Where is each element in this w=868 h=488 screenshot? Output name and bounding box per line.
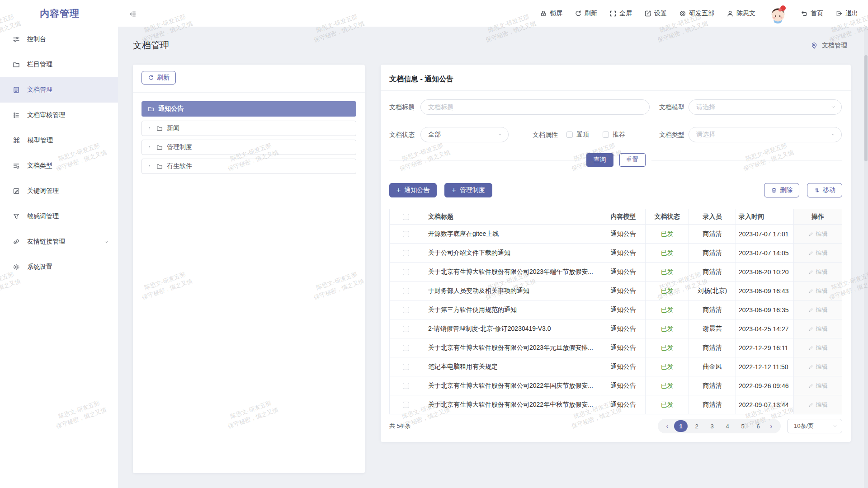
- doc-title: 关于北京有生博大软件股份有限公司2022年中秋节放假安...: [428, 401, 593, 409]
- edit-button[interactable]: 编辑: [808, 401, 828, 409]
- edit-button[interactable]: 编辑: [808, 382, 828, 390]
- row-checkbox[interactable]: [403, 231, 409, 237]
- edit-button[interactable]: 编辑: [808, 306, 828, 314]
- edit-button[interactable]: 编辑: [808, 325, 828, 333]
- sidebar-item-models[interactable]: ⌘ 模型管理: [0, 128, 118, 153]
- tree-item-notices-selected[interactable]: 通知公告: [142, 101, 356, 117]
- reset-button[interactable]: 重置: [619, 153, 646, 167]
- doc-time-cell: 2022-09-07 13:44: [736, 395, 794, 414]
- command-icon: ⌘: [13, 137, 20, 145]
- logout-button[interactable]: 退出: [835, 9, 858, 18]
- page-5-button[interactable]: 5: [736, 421, 749, 432]
- row-checkbox[interactable]: [403, 250, 409, 256]
- pencil-icon: [808, 269, 814, 275]
- doc-actions-cell: 编辑: [794, 357, 842, 376]
- home-button[interactable]: 首页: [801, 9, 823, 18]
- doc-operator-cell: 谢晨芸: [689, 319, 736, 338]
- add-notice-button[interactable]: + 通知公告: [389, 183, 437, 197]
- doc-actions-cell: 编辑: [794, 263, 842, 281]
- divider: [651, 160, 843, 160]
- attr-recommend-checkbox[interactable]: 推荐: [603, 127, 625, 142]
- doc-status-select[interactable]: 全部: [420, 127, 509, 142]
- search-button[interactable]: 查询: [586, 153, 613, 167]
- sidebar-item-console[interactable]: 控制台: [0, 27, 118, 52]
- doc-model-cell: 通知公告: [601, 282, 646, 300]
- sidebar-item-keywords[interactable]: 关键词管理: [0, 178, 118, 204]
- lock-screen-button[interactable]: 锁屏: [540, 9, 562, 18]
- edit-button[interactable]: 编辑: [808, 249, 828, 257]
- page-3-button[interactable]: 3: [706, 421, 718, 432]
- doc-actions-cell: 编辑: [794, 244, 842, 262]
- checklist-icon: [13, 112, 20, 119]
- edit-button[interactable]: 编辑: [808, 287, 828, 295]
- scrollbar-thumb[interactable]: [864, 55, 868, 161]
- edit-button[interactable]: 编辑: [808, 363, 828, 371]
- category-tree: 通知公告 新闻 管理制度 有生软件: [142, 101, 356, 178]
- folder-icon: [13, 61, 20, 68]
- avatar[interactable]: [768, 3, 788, 24]
- doc-type-select[interactable]: 请选择: [689, 127, 842, 142]
- sidebar-item-documents[interactable]: 文档管理: [0, 77, 118, 103]
- sidebar-item-columns[interactable]: 栏目管理: [0, 52, 118, 77]
- attr-top-checkbox[interactable]: 置顶: [566, 127, 589, 142]
- sidebar-item-sensitive-words[interactable]: 敏感词管理: [0, 204, 118, 229]
- row-checkbox[interactable]: [403, 364, 409, 370]
- folder-icon: [148, 106, 154, 112]
- row-checkbox[interactable]: [403, 326, 409, 332]
- prev-page-button[interactable]: ‹: [663, 419, 671, 433]
- add-rule-button[interactable]: + 管理制度: [444, 183, 492, 197]
- row-checkbox[interactable]: [403, 307, 409, 313]
- page-size-select[interactable]: 10条/页: [787, 419, 842, 433]
- doc-time-cell: 2022-12-29 16:11: [736, 338, 794, 357]
- current-user[interactable]: 陈思文: [726, 9, 755, 18]
- doc-title-input[interactable]: [420, 99, 650, 115]
- plus-icon: +: [452, 187, 456, 194]
- doc-operator-cell: 刘杨(北京): [689, 282, 736, 300]
- edit-button[interactable]: 编辑: [808, 230, 828, 238]
- refresh-button[interactable]: 刷新: [575, 9, 597, 18]
- doc-time-cell: 2023-07-07 17:01: [736, 225, 794, 243]
- select-all-checkbox[interactable]: [403, 214, 409, 220]
- tree-item-news[interactable]: 新闻: [142, 121, 356, 136]
- page-4-button[interactable]: 4: [721, 421, 734, 432]
- row-checkbox[interactable]: [403, 402, 409, 408]
- tree-item-software[interactable]: 有生软件: [142, 159, 356, 174]
- fullscreen-button[interactable]: 全屏: [609, 9, 632, 18]
- next-page-button[interactable]: ›: [767, 419, 775, 433]
- delete-button[interactable]: 删除: [764, 183, 799, 197]
- edit-button[interactable]: 编辑: [808, 268, 828, 276]
- pencil-icon: [808, 307, 814, 313]
- funnel-icon: [13, 213, 20, 220]
- page-2-button[interactable]: 2: [690, 421, 703, 432]
- doc-title: 关于北京有生博大软件股份有限公司2022年国庆节放假安...: [428, 382, 593, 390]
- refresh-icon: [148, 75, 154, 81]
- page-scrollbar[interactable]: [864, 27, 868, 488]
- doc-time-cell: 2023-07-07 14:05: [736, 244, 794, 262]
- row-checkbox[interactable]: [403, 383, 409, 389]
- doc-model-select[interactable]: 请选择: [689, 99, 842, 115]
- doc-model-cell: 通知公告: [601, 300, 646, 319]
- sidebar-item-doc-types[interactable]: 文档类型: [0, 153, 118, 178]
- sidebar-item-system-settings[interactable]: 系统设置: [0, 254, 118, 280]
- pencil-icon: [808, 345, 814, 351]
- tree-item-rules[interactable]: 管理制度: [142, 140, 356, 155]
- row-checkbox[interactable]: [403, 345, 409, 351]
- doc-operator-cell: 商清清: [689, 244, 736, 262]
- row-checkbox[interactable]: [403, 288, 409, 294]
- page-1-button[interactable]: 1: [674, 420, 688, 432]
- row-select-cell: [390, 300, 422, 319]
- page-6-button[interactable]: 6: [752, 421, 764, 432]
- chevron-down-icon: [830, 132, 836, 137]
- edit-button[interactable]: 编辑: [808, 344, 828, 352]
- row-checkbox[interactable]: [403, 269, 409, 275]
- department-badge[interactable]: 研发五部: [679, 9, 714, 18]
- sidebar-collapse-button[interactable]: [129, 9, 137, 18]
- sidebar-item-friend-links[interactable]: 友情链接管理: [0, 229, 118, 254]
- tree-refresh-button[interactable]: 刷新: [142, 71, 176, 84]
- trash-icon: [771, 187, 777, 193]
- settings-button[interactable]: 设置: [644, 9, 667, 18]
- pencil-icon: [808, 402, 814, 408]
- move-button[interactable]: 移动: [807, 183, 842, 197]
- sidebar-item-doc-review[interactable]: 文档审核管理: [0, 103, 118, 128]
- pencil-icon: [808, 250, 814, 256]
